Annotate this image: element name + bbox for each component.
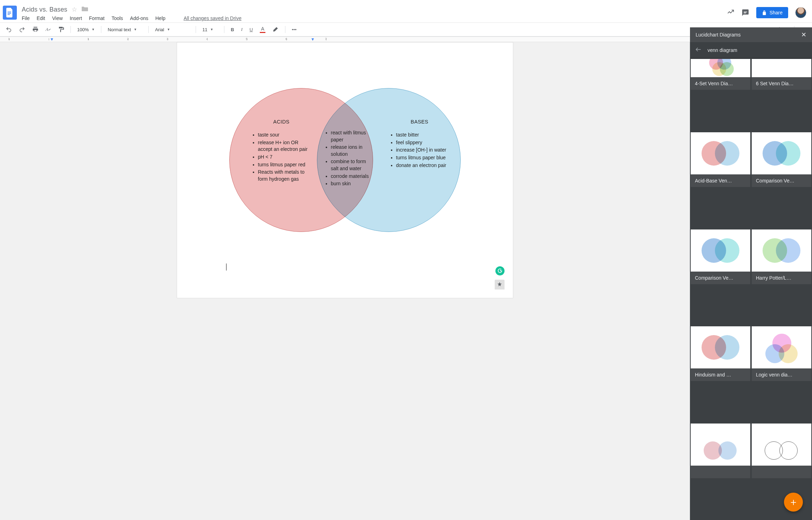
venn-diagram[interactable]: ACIDS taste sour release H+ ion OR accep… (229, 88, 461, 239)
menu-tools[interactable]: Tools (111, 15, 123, 21)
print-icon[interactable] (30, 25, 41, 34)
menu-file[interactable]: File (22, 15, 30, 21)
menu-addons[interactable]: Add-ons (130, 15, 148, 21)
menu-help[interactable]: Help (155, 15, 165, 21)
menu-insert[interactable]: Insert (70, 15, 82, 21)
back-icon[interactable] (695, 46, 702, 54)
menu-bar: File Edit View Insert Format Tools Add-o… (22, 15, 727, 21)
panel-title: Lucidchart Diagrams (696, 32, 740, 38)
template-tile[interactable] (691, 424, 750, 478)
text-cursor (226, 264, 226, 271)
menu-format[interactable]: Format (89, 15, 104, 21)
venn-left-content: ACIDS taste sour release H+ ion OR accep… (252, 118, 311, 183)
menu-view[interactable]: View (52, 15, 63, 21)
venn-right-content: BASES taste bitter feel slippery increas… (390, 118, 449, 169)
add-diagram-button[interactable]: ＋ (784, 493, 803, 512)
lucidchart-panel: Lucidchart Diagrams ✕ 4-Set Venn Dia… 6 … (690, 27, 812, 520)
grammarly-icon[interactable] (495, 266, 505, 275)
template-tile[interactable]: Hinduism and … (691, 326, 750, 381)
template-tile[interactable]: 6 Set Venn Dia… (752, 59, 811, 90)
share-label: Share (770, 10, 783, 15)
more-button[interactable]: ••• (290, 26, 299, 34)
highlight-button[interactable] (270, 25, 281, 34)
document-area[interactable]: ACIDS taste sour release H+ ion OR accep… (0, 42, 690, 520)
folder-icon[interactable] (81, 6, 88, 13)
tile-label: Comparison Ve… (752, 174, 811, 187)
tile-label: Logic venn dia… (752, 368, 811, 381)
svg-rect-2 (8, 14, 10, 15)
tile-label: Comparison Ve… (691, 272, 750, 284)
template-tile[interactable]: Comparison Ve… (691, 229, 750, 284)
venn-left-title: ACIDS (252, 118, 311, 125)
template-tile[interactable]: 4-Set Venn Dia… (691, 59, 750, 90)
activity-icon[interactable] (727, 9, 735, 16)
avatar[interactable] (795, 7, 806, 18)
venn-right-title: BASES (390, 118, 449, 125)
tile-label: 4-Set Venn Dia… (691, 77, 750, 90)
docs-logo[interactable] (3, 6, 17, 20)
template-tile[interactable]: Comparison Ve… (752, 132, 811, 187)
text-color-button[interactable]: A (258, 25, 268, 34)
spellcheck-icon[interactable]: A✔ (43, 25, 53, 34)
menu-edit[interactable]: Edit (37, 15, 45, 21)
explore-button[interactable] (495, 280, 505, 289)
underline-button[interactable]: U (248, 26, 255, 34)
template-tile[interactable]: Harry Potter/L… (752, 229, 811, 284)
tile-label: Harry Potter/L… (752, 272, 811, 284)
template-tile[interactable]: Logic venn dia… (752, 326, 811, 381)
venn-middle-content: react with litmus paper release ions in … (325, 129, 374, 188)
template-tile[interactable]: Acid-Base Ven… (691, 132, 750, 187)
page[interactable]: ACIDS taste sour release H+ ion OR accep… (177, 42, 513, 298)
svg-rect-0 (8, 12, 11, 12)
template-grid[interactable]: 4-Set Venn Dia… 6 Set Venn Dia… Acid-Bas… (690, 58, 812, 520)
italic-button[interactable]: I (239, 25, 245, 34)
bold-button[interactable]: B (229, 26, 236, 34)
star-icon[interactable]: ☆ (72, 6, 77, 13)
svg-rect-1 (8, 13, 11, 14)
font-dropdown[interactable]: Arial▼ (153, 26, 191, 33)
tile-label (691, 466, 750, 478)
paint-format-icon[interactable] (56, 25, 66, 34)
tile-label: Acid-Base Ven… (691, 174, 750, 187)
close-icon[interactable]: ✕ (801, 31, 806, 39)
fontsize-dropdown[interactable]: 11▼ (200, 26, 220, 33)
tile-label (752, 466, 811, 478)
document-title[interactable]: Acids vs. Bases (22, 6, 67, 13)
save-status[interactable]: All changes saved in Drive (184, 15, 242, 21)
share-button[interactable]: Share (756, 7, 788, 18)
redo-icon[interactable] (17, 25, 27, 34)
comments-icon[interactable] (742, 9, 749, 16)
tile-label: Hinduism and … (691, 368, 750, 381)
template-tile[interactable] (752, 424, 811, 478)
tile-label: 6 Set Venn Dia… (752, 77, 811, 90)
style-dropdown[interactable]: Normal text▼ (106, 26, 144, 33)
search-input[interactable] (707, 47, 807, 53)
undo-icon[interactable] (4, 25, 14, 34)
zoom-dropdown[interactable]: 100%▼ (75, 26, 97, 33)
